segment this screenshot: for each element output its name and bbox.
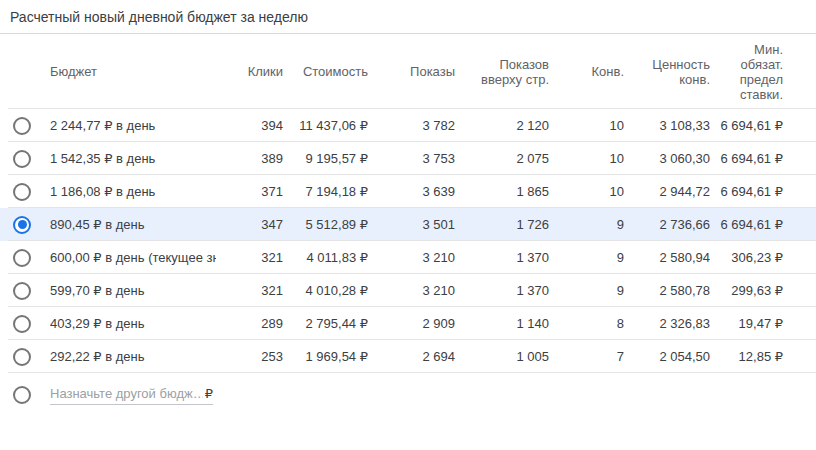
cost-cell: 4 011,83 ₽ (283, 250, 368, 265)
budget-cell: 403,29 ₽ в день (50, 316, 216, 331)
budget-cell: 1 186,08 ₽ в день (50, 184, 216, 199)
budget-option-row[interactable]: 292,22 ₽ в день 253 1 969,54 ₽ 2 694 1 0… (0, 340, 816, 373)
impressions-cell: 3 782 (368, 118, 455, 133)
budget-option-row[interactable]: 1 542,35 ₽ в день 389 9 195,57 ₽ 3 753 2… (0, 142, 816, 175)
clicks-cell: 289 (216, 316, 283, 331)
conversions-cell: 7 (549, 349, 624, 364)
radio-button[interactable] (13, 386, 31, 404)
conv-value-cell: 2 736,66 (624, 217, 710, 232)
clicks-cell: 389 (216, 151, 283, 166)
conversions-cell: 8 (549, 316, 624, 331)
min-bid-cell: 19,47 ₽ (710, 316, 783, 331)
top-impressions-cell: 1 370 (455, 283, 549, 298)
clicks-cell: 394 (216, 118, 283, 133)
top-impressions-cell: 2 120 (455, 118, 549, 133)
budget-cell: 292,22 ₽ в день (50, 349, 216, 364)
radio-button[interactable] (13, 315, 31, 333)
conv-value-cell: 2 054,50 (624, 349, 710, 364)
top-impressions-cell: 1 865 (455, 184, 549, 199)
radio-button[interactable] (13, 150, 31, 168)
conv-value-cell: 2 944,72 (624, 184, 710, 199)
min-bid-cell: 6 694,61 ₽ (710, 151, 783, 166)
top-impressions-cell: 1 370 (455, 250, 549, 265)
cost-cell: 11 437,06 ₽ (283, 118, 368, 133)
top-impressions-cell: 1 140 (455, 316, 549, 331)
radio-button[interactable] (13, 348, 31, 366)
conversions-cell: 9 (549, 217, 624, 232)
cost-cell: 4 010,28 ₽ (283, 283, 368, 298)
impressions-cell: 2 909 (368, 316, 455, 331)
budget-option-row-selected[interactable]: 890,45 ₽ в день 347 5 512,89 ₽ 3 501 1 7… (0, 208, 816, 241)
budget-option-row[interactable]: 1 186,08 ₽ в день 371 7 194,18 ₽ 3 639 1… (0, 175, 816, 208)
radio-button[interactable] (13, 282, 31, 300)
impressions-cell: 3 210 (368, 250, 455, 265)
budget-option-row[interactable]: 403,29 ₽ в день 289 2 795,44 ₽ 2 909 1 1… (0, 307, 816, 340)
conversions-cell: 10 (549, 151, 624, 166)
budget-simulator-panel: Расчетный новый дневной бюджет за неделю… (0, 0, 816, 450)
top-impressions-cell: 1 726 (455, 217, 549, 232)
impressions-cell: 3 753 (368, 151, 455, 166)
table-header-row: Бюджет Клики Стоимость Показы Показов вв… (0, 34, 816, 109)
column-header-clicks: Клики (216, 64, 283, 79)
impressions-cell: 3 639 (368, 184, 455, 199)
budget-option-row[interactable]: 599,70 ₽ в день 321 4 010,28 ₽ 3 210 1 3… (0, 274, 816, 307)
min-bid-cell: 6 694,61 ₽ (710, 184, 783, 199)
budget-cell: 2 244,77 ₽ в день (50, 118, 216, 133)
min-bid-cell: 306,23 ₽ (710, 250, 783, 265)
impressions-cell: 3 210 (368, 283, 455, 298)
budget-option-row[interactable]: 2 244,77 ₽ в день 394 11 437,06 ₽ 3 782 … (0, 109, 816, 142)
column-header-budget: Бюджет (50, 64, 216, 79)
min-bid-cell: 12,85 ₽ (710, 349, 783, 364)
conv-value-cell: 2 326,83 (624, 316, 710, 331)
impressions-cell: 3 501 (368, 217, 455, 232)
cost-cell: 1 969,54 ₽ (283, 349, 368, 364)
column-header-conv-value: Ценность конв. (624, 57, 710, 87)
column-header-cost: Стоимость (283, 64, 368, 79)
clicks-cell: 371 (216, 184, 283, 199)
conversions-cell: 9 (549, 250, 624, 265)
budget-cell: 1 542,35 ₽ в день (50, 151, 216, 166)
conversions-cell: 9 (549, 283, 624, 298)
top-impressions-cell: 1 005 (455, 349, 549, 364)
min-bid-cell: 6 694,61 ₽ (710, 118, 783, 133)
impressions-cell: 2 694 (368, 349, 455, 364)
clicks-cell: 321 (216, 250, 283, 265)
radio-button[interactable] (13, 249, 31, 267)
budget-cell: 890,45 ₽ в день (50, 217, 216, 232)
custom-budget-input[interactable] (50, 386, 203, 401)
column-header-min-bid: Мин. обязат. предел ставки. (710, 42, 783, 102)
column-header-top-impressions: Показов вверху стр. (455, 57, 549, 87)
budget-cell: 599,70 ₽ в день (50, 283, 216, 298)
cost-cell: 2 795,44 ₽ (283, 316, 368, 331)
conversions-cell: 10 (549, 118, 624, 133)
conv-value-cell: 2 580,78 (624, 283, 710, 298)
conv-value-cell: 2 580,94 (624, 250, 710, 265)
conv-value-cell: 3 060,30 (624, 151, 710, 166)
cost-cell: 7 194,18 ₽ (283, 184, 368, 199)
radio-button[interactable] (13, 117, 31, 135)
conv-value-cell: 3 108,33 (624, 118, 710, 133)
min-bid-cell: 6 694,61 ₽ (710, 217, 783, 232)
currency-suffix: ₽ (203, 386, 213, 401)
custom-budget-row[interactable]: ₽ (0, 373, 816, 417)
radio-button-checked[interactable] (13, 216, 31, 234)
column-header-conversions: Конв. (549, 64, 624, 79)
cost-cell: 5 512,89 ₽ (283, 217, 368, 232)
top-impressions-cell: 2 075 (455, 151, 549, 166)
clicks-cell: 347 (216, 217, 283, 232)
column-header-impressions: Показы (368, 64, 455, 79)
clicks-cell: 321 (216, 283, 283, 298)
cost-cell: 9 195,57 ₽ (283, 151, 368, 166)
budget-cell: 600,00 ₽ в день (текущее зн (50, 250, 216, 265)
custom-budget-field: ₽ (50, 386, 213, 405)
page-title: Расчетный новый дневной бюджет за неделю (0, 0, 816, 33)
radio-button[interactable] (13, 183, 31, 201)
clicks-cell: 253 (216, 349, 283, 364)
budget-option-row[interactable]: 600,00 ₽ в день (текущее зн 321 4 011,83… (0, 241, 816, 274)
conversions-cell: 10 (549, 184, 624, 199)
min-bid-cell: 299,63 ₽ (710, 283, 783, 298)
